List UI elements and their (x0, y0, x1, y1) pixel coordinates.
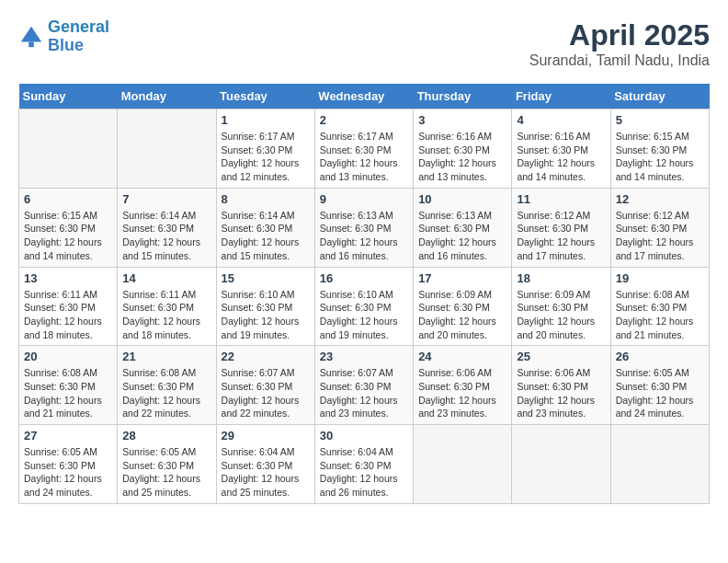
calendar-cell: 30Sunrise: 6:04 AM Sunset: 6:30 PM Dayli… (314, 425, 413, 504)
day-number: 9 (320, 192, 408, 206)
day-info: Sunrise: 6:07 AM Sunset: 6:30 PM Dayligh… (222, 366, 310, 420)
day-info: Sunrise: 6:10 AM Sunset: 6:30 PM Dayligh… (222, 288, 310, 342)
day-number: 10 (418, 192, 506, 206)
day-info: Sunrise: 6:07 AM Sunset: 6:30 PM Dayligh… (320, 366, 408, 420)
day-number: 16 (320, 271, 408, 285)
calendar-cell: 14Sunrise: 6:11 AM Sunset: 6:30 PM Dayli… (118, 267, 216, 346)
day-info: Sunrise: 6:05 AM Sunset: 6:30 PM Dayligh… (24, 445, 112, 500)
day-number: 25 (517, 350, 605, 363)
calendar-cell: 17Sunrise: 6:09 AM Sunset: 6:30 PM Dayli… (414, 267, 512, 346)
day-number: 30 (320, 429, 408, 442)
day-info: Sunrise: 6:16 AM Sunset: 6:30 PM Dayligh… (517, 130, 605, 184)
weekday-header: Saturday (610, 84, 709, 109)
calendar-cell (414, 425, 512, 504)
calendar-cell: 12Sunrise: 6:12 AM Sunset: 6:30 PM Dayli… (610, 188, 709, 267)
day-number: 27 (24, 429, 112, 442)
day-info: Sunrise: 6:08 AM Sunset: 6:30 PM Dayligh… (24, 366, 112, 420)
day-info: Sunrise: 6:10 AM Sunset: 6:30 PM Dayligh… (320, 288, 408, 342)
day-info: Sunrise: 6:09 AM Sunset: 6:30 PM Dayligh… (517, 288, 605, 342)
logo-icon (18, 24, 44, 50)
calendar-table: SundayMondayTuesdayWednesdayThursdayFrid… (18, 84, 710, 504)
day-number: 6 (24, 192, 112, 206)
calendar-cell: 6Sunrise: 6:15 AM Sunset: 6:30 PM Daylig… (19, 188, 118, 267)
day-info: Sunrise: 6:17 AM Sunset: 6:30 PM Dayligh… (320, 130, 408, 184)
day-number: 11 (517, 192, 605, 206)
day-number: 15 (222, 271, 310, 285)
calendar-cell: 25Sunrise: 6:06 AM Sunset: 6:30 PM Dayli… (512, 346, 610, 425)
calendar-cell: 28Sunrise: 6:05 AM Sunset: 6:30 PM Dayli… (118, 425, 216, 504)
calendar-cell: 16Sunrise: 6:10 AM Sunset: 6:30 PM Dayli… (314, 267, 413, 346)
day-number: 28 (122, 429, 210, 442)
calendar-cell: 15Sunrise: 6:10 AM Sunset: 6:30 PM Dayli… (216, 267, 314, 346)
day-info: Sunrise: 6:16 AM Sunset: 6:30 PM Dayligh… (418, 130, 506, 184)
calendar-cell: 23Sunrise: 6:07 AM Sunset: 6:30 PM Dayli… (314, 346, 413, 425)
day-info: Sunrise: 6:13 AM Sunset: 6:30 PM Dayligh… (418, 209, 506, 263)
calendar-cell (19, 109, 118, 189)
day-info: Sunrise: 6:09 AM Sunset: 6:30 PM Dayligh… (418, 288, 506, 342)
calendar-cell (118, 109, 216, 189)
title-block: April 2025 Surandai, Tamil Nadu, India (529, 18, 710, 69)
weekday-header: Sunday (19, 84, 118, 109)
day-number: 8 (222, 192, 310, 206)
day-info: Sunrise: 6:08 AM Sunset: 6:30 PM Dayligh… (122, 366, 210, 420)
calendar-cell: 3Sunrise: 6:16 AM Sunset: 6:30 PM Daylig… (414, 109, 512, 189)
day-info: Sunrise: 6:05 AM Sunset: 6:30 PM Dayligh… (122, 445, 210, 500)
day-info: Sunrise: 6:11 AM Sunset: 6:30 PM Dayligh… (24, 288, 112, 342)
calendar-cell: 4Sunrise: 6:16 AM Sunset: 6:30 PM Daylig… (512, 109, 610, 189)
day-number: 23 (320, 350, 408, 363)
day-info: Sunrise: 6:12 AM Sunset: 6:30 PM Dayligh… (616, 209, 704, 263)
day-info: Sunrise: 6:15 AM Sunset: 6:30 PM Dayligh… (24, 209, 112, 263)
calendar-cell: 5Sunrise: 6:15 AM Sunset: 6:30 PM Daylig… (610, 109, 709, 189)
weekday-header: Thursday (414, 84, 512, 109)
day-number: 22 (222, 350, 310, 363)
day-number: 19 (616, 271, 704, 285)
day-info: Sunrise: 6:08 AM Sunset: 6:30 PM Dayligh… (616, 288, 704, 342)
day-number: 26 (616, 350, 704, 363)
calendar-cell: 21Sunrise: 6:08 AM Sunset: 6:30 PM Dayli… (118, 346, 216, 425)
day-number: 3 (418, 113, 506, 127)
day-info: Sunrise: 6:06 AM Sunset: 6:30 PM Dayligh… (418, 366, 506, 420)
day-number: 24 (418, 350, 506, 363)
weekday-header: Wednesday (314, 84, 413, 109)
day-info: Sunrise: 6:11 AM Sunset: 6:30 PM Dayligh… (122, 288, 210, 342)
calendar-cell: 9Sunrise: 6:13 AM Sunset: 6:30 PM Daylig… (314, 188, 413, 267)
day-number: 7 (122, 192, 210, 206)
subtitle: Surandai, Tamil Nadu, India (529, 52, 710, 69)
day-number: 12 (616, 192, 704, 206)
calendar-week: 6Sunrise: 6:15 AM Sunset: 6:30 PM Daylig… (19, 188, 710, 267)
weekday-header: Monday (118, 84, 216, 109)
calendar-cell: 2Sunrise: 6:17 AM Sunset: 6:30 PM Daylig… (314, 109, 413, 189)
weekday-header: Tuesday (216, 84, 314, 109)
day-number: 20 (24, 350, 112, 363)
calendar-cell: 26Sunrise: 6:05 AM Sunset: 6:30 PM Dayli… (610, 346, 709, 425)
calendar-cell: 24Sunrise: 6:06 AM Sunset: 6:30 PM Dayli… (414, 346, 512, 425)
day-number: 4 (517, 113, 605, 127)
calendar-week: 27Sunrise: 6:05 AM Sunset: 6:30 PM Dayli… (19, 425, 710, 504)
svg-rect-1 (28, 41, 34, 47)
calendar-cell: 1Sunrise: 6:17 AM Sunset: 6:30 PM Daylig… (216, 109, 314, 189)
calendar-cell: 20Sunrise: 6:08 AM Sunset: 6:30 PM Dayli… (19, 346, 118, 425)
svg-marker-0 (21, 27, 41, 42)
calendar-cell: 13Sunrise: 6:11 AM Sunset: 6:30 PM Dayli… (19, 267, 118, 346)
calendar-cell: 7Sunrise: 6:14 AM Sunset: 6:30 PM Daylig… (118, 188, 216, 267)
day-number: 29 (222, 429, 310, 442)
calendar-week: 13Sunrise: 6:11 AM Sunset: 6:30 PM Dayli… (19, 267, 710, 346)
day-number: 13 (24, 271, 112, 285)
main-title: April 2025 (529, 18, 710, 52)
calendar-week: 20Sunrise: 6:08 AM Sunset: 6:30 PM Dayli… (19, 346, 710, 425)
calendar-cell: 18Sunrise: 6:09 AM Sunset: 6:30 PM Dayli… (512, 267, 610, 346)
calendar-cell: 10Sunrise: 6:13 AM Sunset: 6:30 PM Dayli… (414, 188, 512, 267)
logo-line2: Blue (48, 36, 84, 54)
day-number: 5 (616, 113, 704, 127)
day-info: Sunrise: 6:17 AM Sunset: 6:30 PM Dayligh… (222, 130, 310, 184)
day-number: 1 (222, 113, 310, 127)
day-info: Sunrise: 6:06 AM Sunset: 6:30 PM Dayligh… (517, 366, 605, 420)
calendar-header: SundayMondayTuesdayWednesdayThursdayFrid… (19, 84, 710, 109)
logo-line1: General (48, 17, 109, 36)
weekday-header: Friday (512, 84, 610, 109)
day-info: Sunrise: 6:12 AM Sunset: 6:30 PM Dayligh… (517, 209, 605, 263)
logo-text: General Blue (48, 18, 109, 55)
day-number: 14 (122, 271, 210, 285)
day-info: Sunrise: 6:13 AM Sunset: 6:30 PM Dayligh… (320, 209, 408, 263)
day-number: 17 (418, 271, 506, 285)
